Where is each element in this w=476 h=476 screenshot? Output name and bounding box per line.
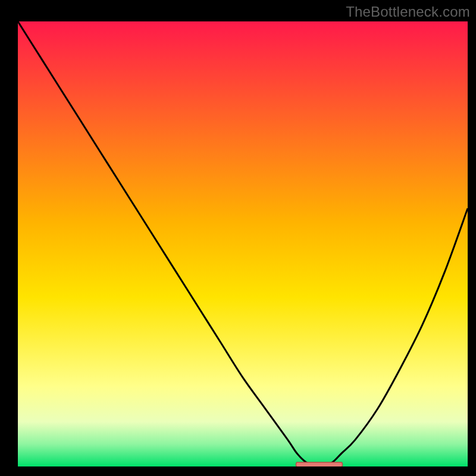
attribution-text: TheBottleneck.com	[346, 4, 470, 20]
plot-area	[18, 21, 468, 466]
optimal-range-marker	[296, 462, 343, 466]
gradient-background	[18, 21, 468, 466]
bottleneck-chart	[18, 21, 468, 466]
chart-container: TheBottleneck.com	[0, 0, 476, 476]
